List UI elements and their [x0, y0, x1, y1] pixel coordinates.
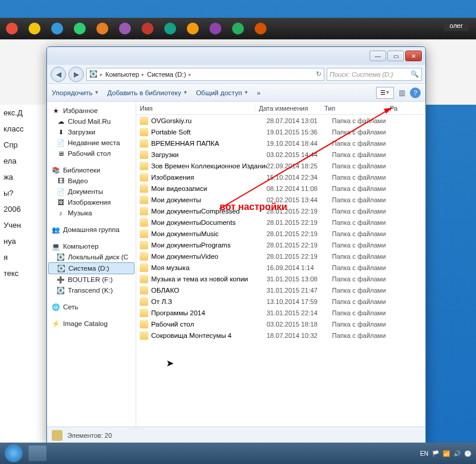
- browser-tab-icon[interactable]: [187, 23, 199, 35]
- file-row[interactable]: Мои документыCompressed28.01.2015 22:19П…: [136, 205, 425, 217]
- folder-icon: [52, 430, 62, 441]
- nav-item[interactable]: 💽Система (D:): [48, 262, 134, 274]
- file-row[interactable]: Мои документыVideo28.01.2015 22:19Папка …: [136, 250, 425, 262]
- breadcrumb-drive[interactable]: Система (D:): [147, 71, 186, 78]
- view-options-button[interactable]: ☰ ▼: [376, 87, 394, 99]
- nav-item[interactable]: 🖥Рабочий стол: [48, 148, 134, 159]
- nav-network[interactable]: 🌐Сеть: [48, 302, 134, 312]
- toolbar-overflow[interactable]: »: [257, 89, 261, 96]
- help-button[interactable]: ?: [410, 87, 421, 98]
- nav-image-catalog[interactable]: ⚡Image Catalog: [48, 318, 134, 329]
- nav-item[interactable]: 📄Документы: [48, 186, 134, 197]
- share-menu[interactable]: Общий доступ▼: [196, 89, 248, 96]
- browser-tab-icon[interactable]: [164, 23, 176, 35]
- file-row[interactable]: Мои документыDocuments28.01.2015 22:19Па…: [136, 217, 425, 228]
- address-bar[interactable]: 💽 ▸ Компьютер ▸ Система (D:) ▸ ↻: [86, 68, 324, 81]
- browser-tab-icon[interactable]: [142, 23, 154, 35]
- address-row: ◀ ▶ 💽 ▸ Компьютер ▸ Система (D:) ▸ ↻ Пои…: [47, 65, 425, 84]
- language-indicator[interactable]: EN: [420, 450, 428, 457]
- nav-item[interactable]: ➕BOUTLER (F:): [48, 274, 134, 285]
- file-list[interactable]: OVGorskiy.ru28.07.2014 13:01Папка с файл…: [136, 115, 425, 427]
- add-to-library-menu[interactable]: Добавить в библиотеку▼: [107, 89, 187, 96]
- breadcrumb-computer[interactable]: Компьютер: [105, 71, 139, 78]
- file-date: 19.10.2014 18:44: [267, 140, 332, 147]
- nav-item[interactable]: 🖼Изображения: [48, 197, 134, 208]
- file-row[interactable]: Музыка и тема из новой копии31.01.2015 1…: [136, 273, 425, 284]
- column-type[interactable]: Тип: [321, 105, 386, 112]
- nav-back-button[interactable]: ◀: [51, 67, 66, 82]
- file-row[interactable]: Мои документы02.02.2015 13:44Папка с фай…: [136, 194, 425, 205]
- nav-forward-button[interactable]: ▶: [68, 67, 84, 82]
- file-date: 28.01.2015 22:19: [267, 253, 332, 260]
- user-badge[interactable]: олег: [444, 20, 469, 31]
- nav-item[interactable]: 📄Недавние места: [48, 137, 134, 148]
- file-row[interactable]: Мои видеозаписи08.12.2014 11:08Папка с ф…: [136, 183, 425, 194]
- tray-clock-icon[interactable]: 🕐: [464, 450, 471, 457]
- file-row[interactable]: Загрузки03.02.2015 14:44Папка с файлами: [136, 149, 425, 160]
- file-row[interactable]: Portable Soft19.01.2015 15:36Папка с фай…: [136, 126, 425, 137]
- file-type: Папка с файлами: [332, 332, 397, 339]
- nav-libraries[interactable]: 📚Библиотеки: [48, 165, 134, 175]
- nav-item[interactable]: 💽Transcend (K:): [48, 285, 134, 296]
- file-row[interactable]: Моя музыка16.09.2014 1:14Папка с файлами: [136, 262, 425, 273]
- start-button[interactable]: [5, 444, 23, 462]
- column-headers[interactable]: Имя Дата изменения Тип Ра: [136, 102, 425, 115]
- preview-pane-button[interactable]: ▥: [399, 89, 405, 97]
- column-date[interactable]: Дата изменения: [255, 105, 321, 112]
- nav-homegroup[interactable]: 👥Домашняя группа: [48, 224, 134, 235]
- nav-item[interactable]: ♪Музыка: [48, 208, 134, 218]
- nav-item-icon: ♪: [57, 209, 65, 217]
- browser-tab-icon[interactable]: [74, 23, 86, 35]
- nav-item[interactable]: ⬇Загрузки: [48, 127, 134, 137]
- file-row[interactable]: От Л.З13.10.2014 17:59Папка с файлами: [136, 296, 425, 307]
- tray-network-icon[interactable]: 📶: [443, 450, 450, 457]
- refresh-icon[interactable]: ↻: [316, 70, 321, 78]
- nav-favorites[interactable]: ★Избранное: [48, 105, 134, 116]
- maximize-button[interactable]: ▭: [387, 51, 404, 61]
- column-size[interactable]: Ра: [386, 105, 425, 112]
- tray-flag-icon[interactable]: 🏳️: [432, 450, 439, 457]
- window-titlebar[interactable]: — ▭ ✕: [47, 47, 425, 65]
- taskbar-explorer-button[interactable]: [29, 446, 46, 461]
- search-input[interactable]: Поиск: Система (D:) 🔍: [327, 68, 422, 81]
- nav-item-icon: ⬇: [57, 128, 65, 136]
- minimize-button[interactable]: —: [369, 51, 386, 61]
- file-row[interactable]: Изображения15.10.2014 22:34Папка с файла…: [136, 171, 425, 183]
- file-type: Папка с файлами: [332, 242, 397, 249]
- browser-tab-icon[interactable]: [6, 23, 18, 35]
- navigation-pane[interactable]: ★Избранное☁Cloud Mail.Ru⬇Загрузки📄Недавн…: [47, 102, 136, 427]
- nav-item[interactable]: 💽Локальный диск (C: [48, 252, 134, 262]
- windows-taskbar[interactable]: EN 🏳️ 📶 🔊 🕐: [0, 443, 476, 464]
- nav-computer[interactable]: 💻Компьютер: [48, 241, 134, 252]
- file-list-pane: Имя Дата изменения Тип Ра OVGorskiy.ru28…: [136, 102, 425, 427]
- nav-libraries-icon: 📚: [52, 166, 60, 174]
- file-row[interactable]: Зов Времен Коллекционное Издание22.09.20…: [136, 160, 425, 171]
- file-row[interactable]: Программы 201431.01.2015 22:14Папка с фа…: [136, 307, 425, 318]
- file-row[interactable]: ОБЛАКО31.01.2015 21:47Папка с файлами: [136, 284, 425, 296]
- file-type: Папка с файлами: [332, 140, 397, 147]
- browser-tab-icon[interactable]: [96, 23, 108, 35]
- close-button[interactable]: ✕: [405, 51, 422, 61]
- background-text: екс.Д: [0, 105, 46, 121]
- browser-tab-icon[interactable]: [232, 23, 244, 35]
- file-row[interactable]: OVGorskiy.ru28.07.2014 13:01Папка с файл…: [136, 115, 425, 126]
- column-name[interactable]: Имя: [136, 105, 255, 112]
- browser-tab-icon[interactable]: [119, 23, 131, 35]
- file-row[interactable]: Мои документыMusic28.01.2015 22:19Папка …: [136, 228, 425, 239]
- file-row[interactable]: Сокровища Монтесумы 418.07.2014 10:32Пап…: [136, 330, 425, 341]
- file-row[interactable]: Рабочий стол03.02.2015 18:18Папка с файл…: [136, 318, 425, 330]
- organize-menu[interactable]: Упорядочить▼: [52, 89, 99, 96]
- nav-item[interactable]: ☁Cloud Mail.Ru: [48, 116, 134, 127]
- nav-item[interactable]: 🎞Видео: [48, 175, 134, 186]
- browser-tab-icon[interactable]: [255, 23, 267, 35]
- browser-tab-icon[interactable]: [209, 23, 221, 35]
- file-row[interactable]: Мои документыPrograms28.01.2015 22:19Пап…: [136, 239, 425, 250]
- browser-tab-icon[interactable]: [29, 23, 40, 35]
- file-row[interactable]: ВРЕМЕННАЯ ПАПКА19.10.2014 18:44Папка с ф…: [136, 137, 425, 149]
- folder-icon: [140, 218, 148, 227]
- browser-tab-icon[interactable]: [51, 23, 63, 35]
- folder-icon: [140, 173, 148, 181]
- tray-volume-icon[interactable]: 🔊: [453, 450, 461, 457]
- system-tray[interactable]: EN 🏳️ 📶 🔊 🕐: [420, 450, 471, 457]
- file-type: Папка с файлами: [332, 275, 397, 283]
